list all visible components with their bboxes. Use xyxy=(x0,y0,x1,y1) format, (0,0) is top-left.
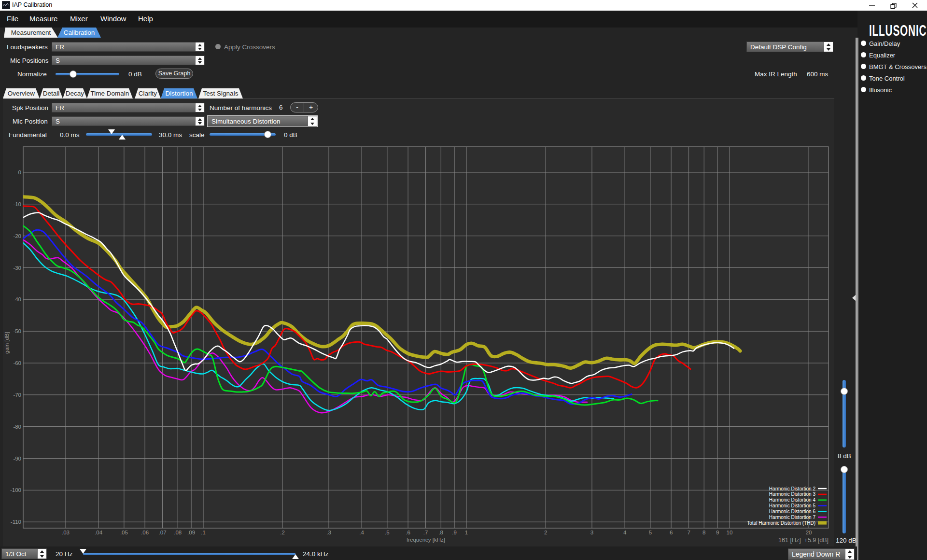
svg-text:4: 4 xyxy=(623,530,627,535)
svg-text:.09: .09 xyxy=(187,530,195,535)
svg-text:.03: .03 xyxy=(62,530,70,535)
svg-text:-30: -30 xyxy=(13,265,21,271)
svg-text:10: 10 xyxy=(727,530,733,535)
svg-text:.9: .9 xyxy=(452,530,457,535)
svg-text:.1: .1 xyxy=(201,530,206,535)
svg-text:Harmonic Distortion 2: Harmonic Distortion 2 xyxy=(769,486,816,491)
svg-text:-50: -50 xyxy=(13,328,21,334)
svg-text:9: 9 xyxy=(716,530,719,535)
svg-text:.05: .05 xyxy=(120,530,128,535)
svg-text:Harmonic Distortion 3: Harmonic Distortion 3 xyxy=(769,491,816,497)
svg-text:Harmonic Distortion 7: Harmonic Distortion 7 xyxy=(769,515,816,520)
svg-text:0: 0 xyxy=(18,169,21,175)
svg-text:-20: -20 xyxy=(13,233,21,239)
svg-text:-100: -100 xyxy=(10,487,21,493)
svg-text:.4: .4 xyxy=(359,530,364,535)
svg-text:Harmonic Distortion 4: Harmonic Distortion 4 xyxy=(769,497,816,503)
svg-text:frequency [kHz]: frequency [kHz] xyxy=(407,537,445,543)
svg-text:Harmonic Distortion 5: Harmonic Distortion 5 xyxy=(769,503,816,508)
svg-text:-70: -70 xyxy=(13,392,21,398)
svg-text:.08: .08 xyxy=(174,530,182,535)
svg-text:6: 6 xyxy=(670,530,673,535)
svg-text:.04: .04 xyxy=(95,530,103,535)
svg-text:Harmonic Distortion 6: Harmonic Distortion 6 xyxy=(769,509,816,514)
svg-text:.2: .2 xyxy=(280,530,285,535)
svg-text:.7: .7 xyxy=(423,530,428,535)
svg-text:2: 2 xyxy=(544,530,547,535)
svg-text:-10: -10 xyxy=(13,201,21,207)
svg-text:1: 1 xyxy=(465,530,468,535)
svg-text:20: 20 xyxy=(806,530,812,535)
svg-text:.07: .07 xyxy=(159,530,167,535)
svg-text:8: 8 xyxy=(702,530,705,535)
svg-text:.5: .5 xyxy=(385,530,390,535)
svg-text:.3: .3 xyxy=(326,530,331,535)
svg-text:gain [dB]: gain [dB] xyxy=(4,332,10,353)
svg-text:.8: .8 xyxy=(438,530,443,535)
svg-text:3: 3 xyxy=(590,530,593,535)
svg-text:-110: -110 xyxy=(11,519,21,525)
svg-text:5: 5 xyxy=(649,530,652,535)
svg-text:-80: -80 xyxy=(13,424,21,430)
svg-text:Total Harmonic Distortion (THD: Total Harmonic Distortion (THD) xyxy=(747,520,815,526)
svg-text:-60: -60 xyxy=(13,360,21,366)
svg-text:161 [Hz] +5.9 [dB]: 161 [Hz] +5.9 [dB] xyxy=(778,537,829,544)
svg-text:.06: .06 xyxy=(141,530,149,535)
svg-text:.6: .6 xyxy=(406,530,410,535)
svg-text:-90: -90 xyxy=(13,456,21,462)
svg-text:7: 7 xyxy=(687,530,690,535)
svg-text:-40: -40 xyxy=(13,296,21,302)
